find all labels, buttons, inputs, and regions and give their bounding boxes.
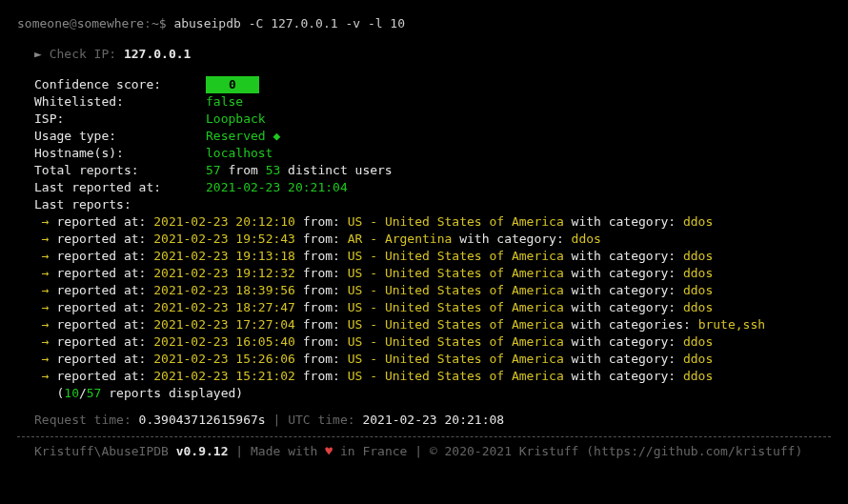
last-reported-value: 2021-02-23 20:21:04	[206, 180, 348, 194]
arrow-icon: →	[42, 283, 50, 297]
diamond-icon: ◆	[273, 129, 280, 143]
category-label: with category:	[572, 300, 676, 314]
report-time: 2021-02-23 18:27:47	[153, 300, 295, 314]
utc-time-label: UTC time:	[288, 413, 354, 427]
from-label: from:	[303, 266, 340, 280]
arrow-icon: →	[42, 214, 50, 229]
report-categories: ddos	[683, 369, 713, 383]
category-label: with category:	[572, 334, 676, 349]
report-time: 2021-02-23 15:26:06	[153, 352, 295, 366]
report-country-code: US	[348, 334, 363, 349]
from-label: from:	[303, 369, 340, 383]
report-row: → reported at: 2021-02-23 18:39:56 from:…	[34, 282, 831, 299]
report-categories: ddos	[683, 334, 713, 349]
reports-summary-tail: reports displayed)	[109, 386, 243, 400]
report-categories: ddos	[683, 283, 713, 297]
from-label: from:	[303, 334, 340, 349]
report-country-code: US	[348, 249, 363, 263]
reported-at-label: reported at:	[56, 334, 146, 349]
report-time: 2021-02-23 19:12:32	[153, 266, 295, 280]
check-ip-header: ► Check IP: 127.0.0.1	[17, 46, 831, 63]
arrow-icon: →	[42, 232, 50, 246]
from-label: from:	[303, 300, 340, 314]
reported-at-label: reported at:	[56, 266, 146, 280]
category-label: with category:	[459, 232, 564, 246]
last-reports-header: Last reports:	[17, 196, 831, 213]
report-country-code: US	[348, 214, 363, 229]
check-ip-label: Check IP:	[50, 47, 116, 61]
report-country-code: US	[348, 317, 363, 332]
timing-footer: Request time: 0.39043712615967s | UTC ti…	[17, 412, 831, 429]
command-text: abuseipdb -C 127.0.0.1 -v -l 10	[173, 16, 405, 30]
from-label: from:	[303, 283, 340, 297]
report-categories: ddos	[572, 232, 601, 246]
arrow-icon: →	[42, 249, 50, 263]
reported-at-label: reported at:	[56, 283, 146, 297]
heart-icon: ♥	[325, 444, 333, 458]
report-categories: ddos	[683, 214, 713, 229]
report-country: United States of America	[385, 300, 564, 314]
last-reports-label: Last reports:	[34, 197, 131, 212]
report-country-code: US	[348, 352, 363, 366]
report-categories: brute,ssh	[698, 317, 765, 332]
made-with-pre: Made with	[251, 444, 317, 458]
isp-row: ISP:Loopback	[17, 111, 831, 128]
arrow-icon: →	[42, 369, 50, 383]
arrow-icon: →	[42, 334, 50, 349]
check-ip-value: 127.0.0.1	[124, 47, 191, 61]
divider	[17, 436, 831, 437]
report-country: United States of America	[385, 283, 564, 297]
triangle-icon: ►	[34, 47, 42, 61]
reports-total: 57	[87, 386, 102, 400]
request-time-label: Request time:	[34, 413, 131, 427]
hostnames-row: Hostname(s):localhost	[17, 145, 831, 162]
total-reports-mid: from	[228, 163, 257, 177]
report-country: United States of America	[385, 249, 564, 263]
brand-name: Kristuff\AbuseIPDB	[34, 444, 169, 458]
isp-value: Loopback	[206, 111, 266, 126]
prompt-symbol: $	[159, 16, 167, 30]
report-row: → reported at: 2021-02-23 19:12:32 from:…	[34, 265, 831, 282]
reported-at-label: reported at:	[56, 249, 146, 263]
report-country: United States of America	[385, 266, 564, 280]
prompt-path: ~	[151, 16, 159, 30]
brand-version: v0.9.12	[176, 444, 229, 458]
category-label: with category:	[572, 266, 676, 280]
report-categories: ddos	[683, 249, 713, 263]
total-reports-count: 57	[206, 163, 221, 177]
report-time: 2021-02-23 17:27:04	[153, 317, 295, 332]
report-country-code: US	[348, 283, 363, 297]
reported-at-label: reported at:	[56, 317, 146, 332]
report-row: → reported at: 2021-02-23 20:12:10 from:…	[34, 213, 831, 231]
from-label: from:	[303, 232, 340, 246]
category-label: with categories:	[572, 317, 691, 332]
from-label: from:	[303, 317, 340, 332]
confidence-label: Confidence score:	[34, 76, 206, 93]
from-label: from:	[303, 352, 340, 366]
usage-row: Usage type:Reserved ◆	[17, 128, 831, 145]
report-country: United States of America	[385, 214, 564, 229]
reported-at-label: reported at:	[56, 369, 146, 383]
prompt-line: someone@somewhere:~$ abuseipdb -C 127.0.…	[17, 15, 831, 32]
reported-at-label: reported at:	[56, 352, 146, 366]
prompt-user: someone	[17, 16, 70, 30]
report-categories: ddos	[683, 352, 713, 366]
report-country-code: US	[348, 266, 363, 280]
usage-value: Reserved	[206, 129, 266, 143]
category-label: with category:	[572, 283, 676, 297]
brand-footer: Kristuff\AbuseIPDB v0.9.12 | Made with ♥…	[17, 443, 831, 460]
report-time: 2021-02-23 15:21:02	[153, 369, 295, 383]
report-country-code: AR	[348, 232, 363, 246]
category-label: with category:	[572, 214, 676, 229]
reported-at-label: reported at:	[56, 300, 146, 314]
made-with-post: in France	[340, 444, 407, 458]
arrow-icon: →	[42, 352, 50, 366]
arrow-icon: →	[42, 266, 50, 280]
hostnames-value: localhost	[206, 146, 273, 160]
report-time: 2021-02-23 19:13:18	[153, 249, 295, 263]
copyright: © 2020-2021 Kristuff (https://github.com…	[430, 444, 802, 458]
category-label: with category:	[572, 249, 676, 263]
report-time: 2021-02-23 18:39:56	[153, 283, 295, 297]
confidence-row: Confidence score:0	[17, 76, 831, 93]
from-label: from:	[303, 249, 340, 263]
